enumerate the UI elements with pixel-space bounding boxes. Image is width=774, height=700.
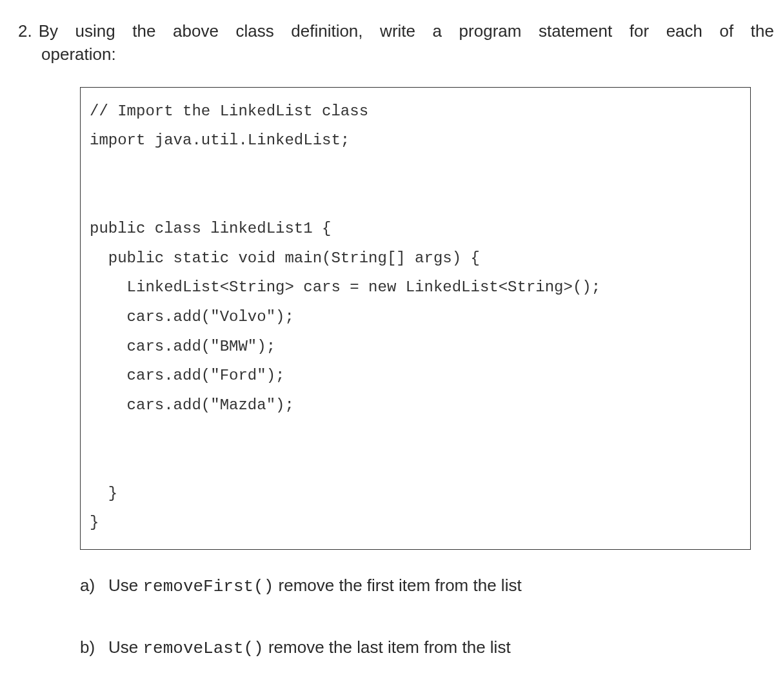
code-line: cars.add("Mazda"); <box>90 391 741 420</box>
code-line: LinkedList<String> cars = new LinkedList… <box>90 273 741 302</box>
sub-prefix: Use <box>108 637 143 657</box>
code-line: import java.util.LinkedList; <box>90 126 741 155</box>
question-line-1: 2. By using the above class definition, … <box>0 19 774 43</box>
question-number: 2. <box>18 19 39 43</box>
code-line: public class linkedList1 { <box>90 214 741 244</box>
sub-suffix: remove the last item from the list <box>264 637 511 657</box>
code-line <box>90 155 741 185</box>
sub-question-b: b) Use removeLast() remove the last item… <box>80 637 774 658</box>
code-line: cars.add("Volvo"); <box>90 302 741 332</box>
code-line: cars.add("BMW"); <box>90 332 741 362</box>
code-line <box>90 185 741 215</box>
sub-question-a: a) Use removeFirst() remove the first it… <box>80 576 774 596</box>
sub-label: b) <box>80 637 108 657</box>
code-line <box>90 420 741 449</box>
page: 2. By using the above class definition, … <box>0 0 774 700</box>
sub-code: removeFirst() <box>143 577 273 596</box>
sub-label: a) <box>80 576 108 596</box>
sub-prefix: Use <box>108 576 143 595</box>
question-text-line-1: By using the above class definition, wri… <box>39 19 774 43</box>
sub-suffix: remove the first item from the list <box>273 576 521 595</box>
code-line: } <box>90 508 741 538</box>
code-line: // Import the LinkedList class <box>90 97 741 126</box>
sub-questions: a) Use removeFirst() remove the first it… <box>0 576 774 700</box>
code-line: } <box>90 479 741 509</box>
code-box: // Import the LinkedList class import ja… <box>80 87 751 550</box>
code-line: public static void main(String[] args) { <box>90 244 741 273</box>
code-line <box>90 449 741 479</box>
question-text-line-2: operation: <box>0 43 774 66</box>
sub-code: removeLast() <box>143 639 263 658</box>
sub-text: Use removeFirst() remove the first item … <box>108 576 774 596</box>
code-line: cars.add("Ford"); <box>90 361 741 391</box>
sub-text: Use removeLast() remove the last item fr… <box>108 637 774 658</box>
